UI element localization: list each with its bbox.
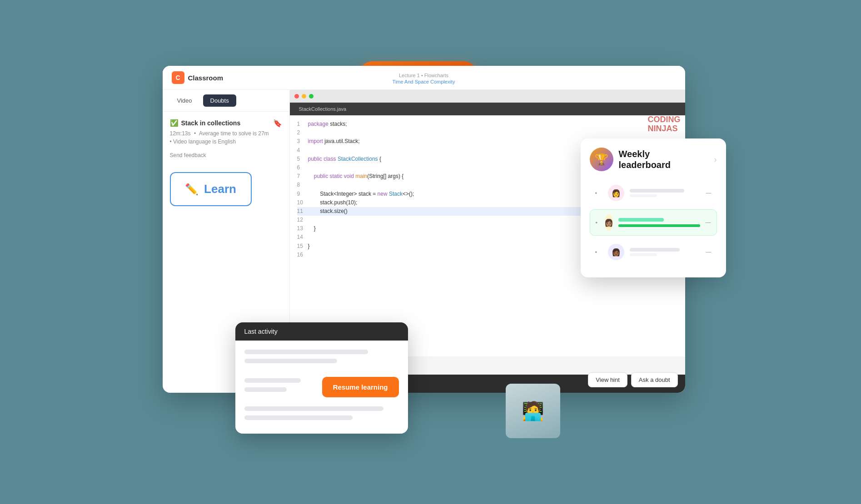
code-line: 1package stacks;	[297, 120, 678, 128]
score-bar-3	[630, 253, 657, 256]
page-wrapper: 🔥 7 days streak 10 C Classroom Lecture 1…	[135, 48, 726, 456]
learn-label: Learn	[204, 182, 236, 196]
skeleton-5	[244, 406, 383, 411]
last-activity-body	[235, 341, 408, 377]
lb-score-1: —	[706, 190, 712, 196]
bookmark-icon[interactable]: 🔖	[273, 119, 282, 128]
breadcrumb: Lecture 1 • Flowcharts Time And Space Co…	[393, 71, 455, 84]
leaderboard-row-1: • 👩 —	[590, 180, 717, 206]
learn-button[interactable]: ✏️ Learn	[170, 172, 252, 206]
bottom-buttons: View hint Ask a doubt	[588, 372, 677, 387]
score-bar-1	[630, 194, 657, 197]
tab-doubts[interactable]: Doubts	[203, 94, 236, 107]
last-activity-footer: Resume learning	[235, 377, 408, 406]
leaderboard-row-3: • 👩🏾 —	[590, 239, 717, 265]
tl-yellow	[302, 94, 306, 99]
rank-3: •	[595, 249, 602, 256]
problem-meta: 12m:13s • Average time to solve is 27m	[170, 130, 282, 137]
name-bar-2	[618, 218, 664, 222]
lecture-link[interactable]: Time And Space Complexity	[393, 79, 455, 84]
editor-tabs-bar: StackCollections.java	[290, 103, 685, 115]
avatar-2: 👩🏽	[605, 214, 613, 231]
name-bar-1	[630, 189, 684, 193]
editor-toolbar	[290, 90, 685, 103]
rank-2: •	[596, 219, 599, 226]
check-icon: ✅	[170, 119, 179, 127]
tab-video[interactable]: Video	[170, 94, 199, 107]
skeleton-group	[244, 378, 315, 396]
skeleton-3	[244, 378, 301, 383]
problem-lang: • Video language is English	[170, 138, 282, 145]
pencil-icon: ✏️	[185, 183, 199, 196]
editor-tab: StackCollections.java	[294, 104, 351, 114]
view-hint-button[interactable]: View hint	[588, 372, 627, 387]
trophy-icon: 🏆	[590, 148, 613, 171]
sidebar-tabs: Video Doubts	[163, 90, 289, 112]
ask-doubt-button[interactable]: Ask a doubt	[631, 372, 678, 387]
skeleton-1	[244, 350, 368, 354]
code-line: 2	[297, 128, 678, 137]
instructor-icon: 🧑‍💻	[522, 400, 544, 422]
lb-score-3: —	[706, 249, 712, 255]
send-feedback-link[interactable]: Send feedback	[170, 152, 282, 158]
progress-bar	[618, 224, 700, 227]
chevron-right-icon[interactable]: ›	[714, 155, 717, 164]
tl-red	[294, 94, 299, 99]
leaderboard-header: 🏆 Weeklyleaderboard ›	[590, 148, 717, 171]
avatar-3: 👩🏾	[608, 244, 624, 260]
last-activity-header: Last activity	[235, 322, 408, 341]
tl-green	[309, 94, 314, 99]
progress-row	[618, 224, 700, 227]
logo-icon: C	[172, 71, 184, 84]
name-bar-3	[630, 248, 680, 252]
window-title: Classroom	[188, 74, 224, 82]
problem-title-row: ✅ Stack in collections 🔖	[170, 119, 282, 128]
lb-score-2: —	[706, 219, 711, 226]
problem-title: ✅ Stack in collections	[170, 119, 241, 127]
resume-learning-button[interactable]: Resume learning	[322, 377, 399, 397]
lb-info-3	[630, 248, 701, 256]
leaderboard-title: Weeklyleaderboard	[619, 148, 671, 170]
leaderboard-card: 🏆 Weeklyleaderboard › • 👩 — • 👩🏽	[581, 138, 726, 277]
skeleton-4	[244, 387, 287, 392]
lb-info-2	[618, 218, 700, 227]
skeleton-2	[244, 359, 337, 363]
leaderboard-row-2: • 👩🏽 —	[590, 209, 717, 236]
window-header: C Classroom Lecture 1 • Flowcharts Time …	[163, 66, 685, 90]
lecture-label: Lecture 1 • Flowcharts	[399, 73, 448, 78]
rank-1: •	[595, 190, 602, 197]
avatar-1: 👩	[608, 185, 624, 201]
skeleton-6	[244, 415, 353, 420]
lb-info-1	[630, 189, 701, 197]
last-activity-card: Last activity Resume learning	[235, 322, 408, 434]
cn-logo: CODING NINJAS	[648, 115, 681, 133]
instructor-thumbnail: 🧑‍💻	[506, 384, 560, 438]
